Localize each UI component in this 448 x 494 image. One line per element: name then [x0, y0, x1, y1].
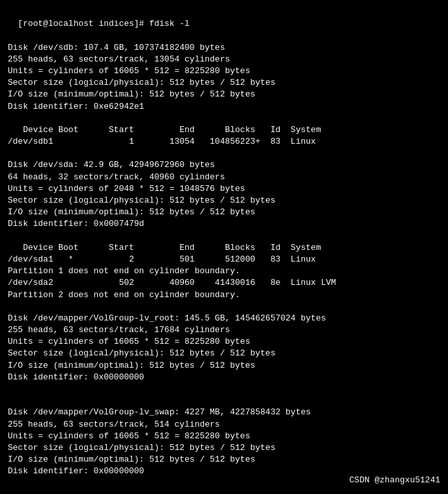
terminal-line: Units = cylinders of 16065 * 512 = 82252… — [8, 431, 440, 442]
terminal-line — [8, 148, 440, 159]
terminal-line: Disk /dev/sdb: 107.4 GB, 107374182400 by… — [8, 42, 440, 54]
terminal-line: /dev/sda1 * 2 501 512000 83 Linux — [8, 254, 440, 265]
terminal-line: 255 heads, 63 sectors/track, 17684 cylin… — [8, 324, 440, 336]
terminal-line: Sector size (logical/physical): 512 byte… — [8, 442, 440, 454]
terminal-line: /dev/sda2 502 40960 41430016 8e Linux LV… — [8, 277, 440, 289]
terminal-line: Sector size (logical/physical): 512 byte… — [8, 348, 440, 359]
terminal-line: I/O size (minimum/optimal): 512 bytes / … — [8, 207, 440, 218]
terminal-line: I/O size (minimum/optimal): 512 bytes / … — [8, 89, 440, 100]
terminal-line: Sector size (logical/physical): 512 byte… — [8, 195, 440, 207]
terminal-line: Disk identifier: 0x00000000 — [8, 372, 440, 383]
terminal-line — [8, 113, 440, 124]
terminal-line — [8, 383, 440, 395]
watermark: CSDN @zhangxu51241 — [350, 475, 440, 486]
terminal-line — [8, 30, 440, 41]
terminal-line: /dev/sdb1 1 13054 104856223+ 83 Linux — [8, 136, 440, 148]
terminal-output: [root@localhost indices]# fdisk -l — [8, 6, 440, 30]
prompt-line: [root@localhost indices]# fdisk -l — [18, 19, 190, 28]
terminal-line: 64 heads, 32 sectors/track, 40960 cylind… — [8, 172, 440, 183]
terminal-line — [8, 301, 440, 313]
terminal-line: Disk /dev/sda: 42.9 GB, 42949672960 byte… — [8, 159, 440, 171]
terminal-line: Disk /dev/mapper/VolGroup-lv_root: 145.5… — [8, 313, 440, 324]
terminal-lines: Disk /dev/sdb: 107.4 GB, 107374182400 by… — [8, 30, 440, 477]
terminal-line: Disk /dev/mapper/VolGroup-lv_swap: 4227 … — [8, 407, 440, 418]
terminal-line: 255 heads, 63 sectors/track, 13054 cylin… — [8, 54, 440, 65]
terminal-line: Units = cylinders of 16065 * 512 = 82252… — [8, 65, 440, 77]
terminal-line: Sector size (logical/physical): 512 byte… — [8, 77, 440, 89]
terminal-line — [8, 230, 440, 242]
terminal-line: Disk identifier: 0xe62942e1 — [8, 101, 440, 113]
terminal-line: Partition 1 does not end on cylinder bou… — [8, 265, 440, 277]
terminal-line: Units = cylinders of 16065 * 512 = 82252… — [8, 336, 440, 348]
terminal-line: I/O size (minimum/optimal): 512 bytes / … — [8, 454, 440, 466]
terminal-line: I/O size (minimum/optimal): 512 bytes / … — [8, 360, 440, 372]
terminal-line: Disk identifier: 0x0007479d — [8, 218, 440, 230]
terminal-line — [8, 395, 440, 407]
terminal-line: Device Boot Start End Blocks Id System — [8, 124, 440, 136]
terminal-line: Device Boot Start End Blocks Id System — [8, 242, 440, 254]
terminal-line: 255 heads, 63 sectors/track, 514 cylinde… — [8, 419, 440, 431]
terminal-line: Units = cylinders of 2048 * 512 = 104857… — [8, 183, 440, 195]
terminal-line: Partition 2 does not end on cylinder bou… — [8, 289, 440, 301]
